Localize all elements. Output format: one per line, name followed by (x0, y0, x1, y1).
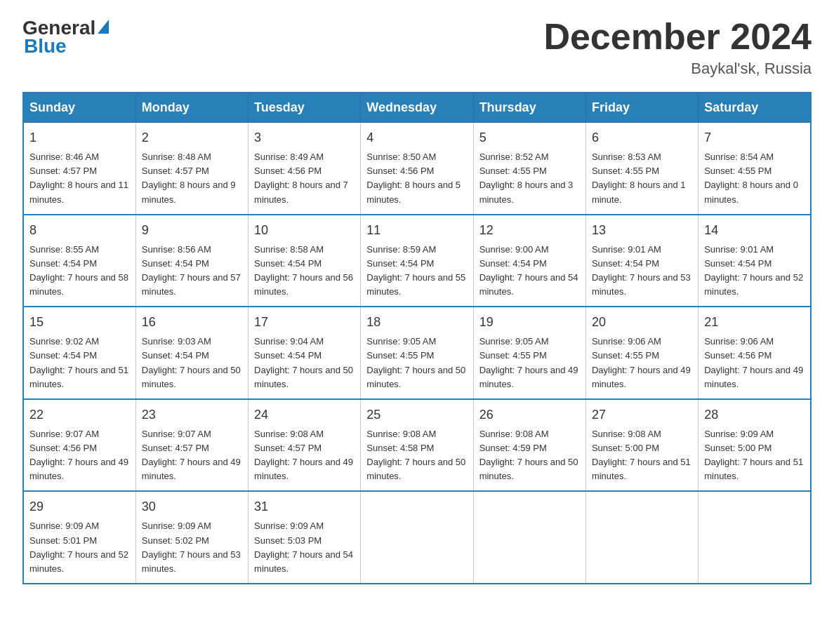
day-info: Sunrise: 9:06 AMSunset: 4:55 PMDaylight:… (592, 335, 692, 391)
day-info: Sunrise: 9:07 AMSunset: 4:56 PMDaylight:… (29, 427, 130, 484)
day-number: 13 (592, 221, 692, 240)
day-info: Sunrise: 8:50 AMSunset: 4:56 PMDaylight:… (366, 150, 467, 207)
day-info: Sunrise: 9:08 AMSunset: 4:57 PMDaylight:… (254, 427, 355, 484)
day-info: Sunrise: 9:09 AMSunset: 5:03 PMDaylight:… (254, 519, 355, 576)
table-row: 15Sunrise: 9:02 AMSunset: 4:54 PMDayligh… (23, 307, 135, 399)
table-row: 6Sunrise: 8:53 AMSunset: 4:55 PMDaylight… (585, 123, 698, 215)
day-info: Sunrise: 8:55 AMSunset: 4:54 PMDaylight:… (29, 243, 130, 300)
logo-blue-text: Blue (22, 35, 67, 58)
day-info: Sunrise: 8:48 AMSunset: 4:57 PMDaylight:… (142, 150, 242, 207)
day-number: 27 (592, 405, 692, 424)
day-number: 10 (254, 221, 355, 240)
day-number: 2 (142, 128, 242, 147)
day-info: Sunrise: 9:08 AMSunset: 4:59 PMDaylight:… (479, 427, 580, 484)
day-info: Sunrise: 8:58 AMSunset: 4:54 PMDaylight:… (254, 243, 355, 300)
calendar-week-row: 8Sunrise: 8:55 AMSunset: 4:54 PMDaylight… (23, 215, 811, 307)
table-row: 8Sunrise: 8:55 AMSunset: 4:54 PMDaylight… (23, 215, 135, 307)
day-number: 3 (254, 128, 355, 147)
calendar-week-row: 22Sunrise: 9:07 AMSunset: 4:56 PMDayligh… (23, 399, 811, 492)
calendar-week-row: 29Sunrise: 9:09 AMSunset: 5:01 PMDayligh… (23, 491, 811, 584)
table-row: 22Sunrise: 9:07 AMSunset: 4:56 PMDayligh… (23, 399, 135, 492)
day-number: 16 (142, 313, 242, 332)
table-row: 23Sunrise: 9:07 AMSunset: 4:57 PMDayligh… (135, 399, 248, 492)
day-number: 11 (366, 221, 467, 240)
day-number: 20 (592, 313, 692, 332)
col-header-wednesday: Wednesday (361, 93, 473, 123)
calendar-header-row: Sunday Monday Tuesday Wednesday Thursday… (23, 93, 811, 123)
col-header-thursday: Thursday (473, 93, 585, 123)
col-header-saturday: Saturday (699, 93, 811, 123)
table-row: 30Sunrise: 9:09 AMSunset: 5:02 PMDayligh… (135, 491, 248, 584)
calendar-week-row: 15Sunrise: 9:02 AMSunset: 4:54 PMDayligh… (23, 307, 811, 399)
day-number: 12 (479, 221, 580, 240)
day-info: Sunrise: 8:53 AMSunset: 4:55 PMDaylight:… (592, 150, 692, 207)
month-title: December 2024 (543, 17, 812, 57)
table-row: 4Sunrise: 8:50 AMSunset: 4:56 PMDaylight… (361, 123, 473, 215)
day-number: 5 (479, 128, 580, 147)
table-row: 14Sunrise: 9:01 AMSunset: 4:54 PMDayligh… (699, 215, 811, 307)
day-number: 23 (142, 405, 242, 424)
calendar-week-row: 1Sunrise: 8:46 AMSunset: 4:57 PMDaylight… (23, 123, 811, 215)
day-number: 1 (29, 128, 130, 147)
table-row: 19Sunrise: 9:05 AMSunset: 4:55 PMDayligh… (473, 307, 585, 399)
day-info: Sunrise: 9:09 AMSunset: 5:01 PMDaylight:… (29, 519, 130, 576)
table-row: 5Sunrise: 8:52 AMSunset: 4:55 PMDaylight… (473, 123, 585, 215)
day-number: 15 (29, 313, 130, 332)
table-row: 21Sunrise: 9:06 AMSunset: 4:56 PMDayligh… (699, 307, 811, 399)
table-row: 17Sunrise: 9:04 AMSunset: 4:54 PMDayligh… (249, 307, 361, 399)
day-info: Sunrise: 9:03 AMSunset: 4:54 PMDaylight:… (142, 335, 242, 391)
calendar-table: Sunday Monday Tuesday Wednesday Thursday… (22, 92, 812, 584)
col-header-friday: Friday (585, 93, 698, 123)
day-info: Sunrise: 8:54 AMSunset: 4:55 PMDaylight:… (704, 150, 805, 207)
day-info: Sunrise: 8:49 AMSunset: 4:56 PMDaylight:… (254, 150, 355, 207)
day-number: 6 (592, 128, 692, 147)
day-number: 7 (704, 128, 805, 147)
title-block: December 2024 Baykal'sk, Russia (543, 17, 812, 78)
day-info: Sunrise: 9:09 AMSunset: 5:00 PMDaylight:… (704, 427, 805, 484)
day-info: Sunrise: 9:01 AMSunset: 4:54 PMDaylight:… (592, 243, 692, 300)
table-row (361, 491, 473, 584)
day-info: Sunrise: 9:01 AMSunset: 4:54 PMDaylight:… (704, 243, 805, 300)
day-number: 14 (704, 221, 805, 240)
day-info: Sunrise: 9:04 AMSunset: 4:54 PMDaylight:… (254, 335, 355, 391)
table-row: 10Sunrise: 8:58 AMSunset: 4:54 PMDayligh… (249, 215, 361, 307)
day-info: Sunrise: 9:05 AMSunset: 4:55 PMDaylight:… (479, 335, 580, 391)
day-info: Sunrise: 9:00 AMSunset: 4:54 PMDaylight:… (479, 243, 580, 300)
table-row (473, 491, 585, 584)
location-title: Baykal'sk, Russia (543, 60, 812, 78)
day-number: 26 (479, 405, 580, 424)
table-row: 11Sunrise: 8:59 AMSunset: 4:54 PMDayligh… (361, 215, 473, 307)
day-number: 25 (366, 405, 467, 424)
day-number: 17 (254, 313, 355, 332)
table-row: 29Sunrise: 9:09 AMSunset: 5:01 PMDayligh… (23, 491, 135, 584)
table-row: 27Sunrise: 9:08 AMSunset: 5:00 PMDayligh… (585, 399, 698, 492)
table-row: 3Sunrise: 8:49 AMSunset: 4:56 PMDaylight… (249, 123, 361, 215)
day-number: 24 (254, 405, 355, 424)
day-number: 8 (29, 221, 130, 240)
logo: General Blue (22, 17, 109, 58)
day-info: Sunrise: 8:59 AMSunset: 4:54 PMDaylight:… (366, 243, 467, 300)
table-row (585, 491, 698, 584)
col-header-monday: Monday (135, 93, 248, 123)
col-header-tuesday: Tuesday (249, 93, 361, 123)
table-row: 24Sunrise: 9:08 AMSunset: 4:57 PMDayligh… (249, 399, 361, 492)
table-row: 16Sunrise: 9:03 AMSunset: 4:54 PMDayligh… (135, 307, 248, 399)
table-row: 12Sunrise: 9:00 AMSunset: 4:54 PMDayligh… (473, 215, 585, 307)
day-info: Sunrise: 8:52 AMSunset: 4:55 PMDaylight:… (479, 150, 580, 207)
day-number: 21 (704, 313, 805, 332)
day-info: Sunrise: 8:56 AMSunset: 4:54 PMDaylight:… (142, 243, 242, 300)
day-info: Sunrise: 9:08 AMSunset: 5:00 PMDaylight:… (592, 427, 692, 484)
day-number: 18 (366, 313, 467, 332)
day-info: Sunrise: 9:09 AMSunset: 5:02 PMDaylight:… (142, 519, 242, 576)
table-row: 9Sunrise: 8:56 AMSunset: 4:54 PMDaylight… (135, 215, 248, 307)
table-row: 28Sunrise: 9:09 AMSunset: 5:00 PMDayligh… (699, 399, 811, 492)
table-row: 13Sunrise: 9:01 AMSunset: 4:54 PMDayligh… (585, 215, 698, 307)
day-number: 19 (479, 313, 580, 332)
page-header: General Blue December 2024 Baykal'sk, Ru… (22, 17, 812, 78)
logo-triangle-icon (98, 20, 109, 34)
day-info: Sunrise: 9:05 AMSunset: 4:55 PMDaylight:… (366, 335, 467, 391)
table-row: 7Sunrise: 8:54 AMSunset: 4:55 PMDaylight… (699, 123, 811, 215)
day-number: 31 (254, 497, 355, 516)
day-info: Sunrise: 9:06 AMSunset: 4:56 PMDaylight:… (704, 335, 805, 391)
day-info: Sunrise: 9:08 AMSunset: 4:58 PMDaylight:… (366, 427, 467, 484)
